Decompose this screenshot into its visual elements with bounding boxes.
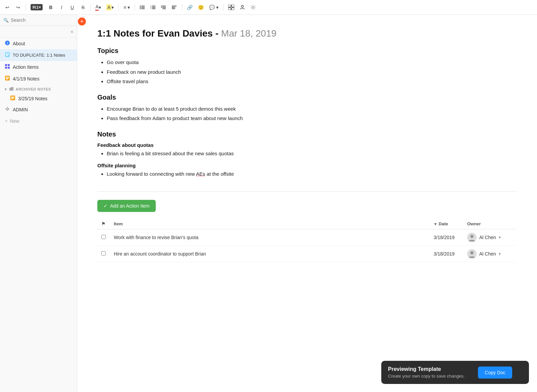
svg-rect-38	[6, 78, 9, 78]
notes-feedback-list: Brian is feeling a bit stressed about th…	[97, 150, 517, 158]
preview-banner: Previewing Template Create your own copy…	[381, 361, 529, 384]
bold-button[interactable]: B	[46, 3, 55, 12]
preview-text: Previewing Template Create your own copy…	[388, 366, 465, 379]
svg-rect-14	[162, 8, 166, 9]
font-color-button[interactable]: A ▾	[93, 3, 103, 12]
table-row: Work with finance to revise Brian's quot…	[97, 229, 517, 245]
content-area: 1:1 Notes for Evan Davies - Mar 18, 2019…	[77, 15, 537, 392]
svg-point-48	[470, 251, 474, 255]
list-item: Encourage Brian to do at least 5 product…	[107, 105, 517, 113]
preview-subtitle: Create your own copy to save changes.	[388, 374, 465, 379]
indent-out-button[interactable]	[170, 3, 179, 12]
svg-rect-12	[161, 6, 166, 6]
offsite-text-before: Looking forward to connecting with new	[107, 171, 196, 177]
row-owner: Al Chen ▾	[463, 229, 517, 245]
sidebar-item-admin[interactable]: ADMIN	[0, 104, 77, 115]
svg-rect-3	[141, 7, 145, 8]
search-input[interactable]	[11, 17, 74, 23]
sidebar-item-notes-3-25[interactable]: 3/25/19 Notes	[0, 93, 77, 104]
notes-subheading-feedback: Feedback about quotas	[97, 142, 517, 148]
sidebar-header: «	[0, 26, 77, 38]
table-icon	[228, 5, 234, 10]
avatar	[467, 249, 477, 259]
svg-rect-30	[6, 54, 9, 55]
align-button[interactable]: ≡ ▾	[121, 3, 132, 12]
table-row: Hire an account coordinator to support B…	[97, 245, 517, 262]
action-checkbox[interactable]	[101, 235, 106, 239]
table-header-date: ▼Date	[430, 219, 463, 229]
topics-heading: Topics	[97, 47, 517, 55]
filter-icon: ▼	[434, 222, 437, 226]
undo-button[interactable]: ↩	[3, 3, 12, 12]
svg-rect-37	[6, 77, 9, 77]
sidebar-item-label: Action Items	[13, 64, 39, 70]
svg-point-2	[140, 7, 141, 8]
ordered-list-icon: 1.2.3.	[150, 5, 156, 10]
svg-rect-5	[141, 8, 145, 9]
copy-doc-button[interactable]: Copy Doc	[478, 367, 512, 379]
svg-text:i: i	[7, 41, 8, 45]
divider-1	[26, 4, 26, 11]
owner-dropdown-arrow[interactable]: ▾	[499, 251, 501, 256]
ordered-list-button[interactable]: 1.2.3.	[148, 3, 158, 12]
checkmark-icon: ✓	[103, 203, 107, 209]
grid-icon	[5, 64, 10, 70]
underline-button[interactable]: U	[67, 3, 77, 12]
svg-rect-41	[11, 97, 14, 97]
row-checkbox[interactable]	[97, 245, 110, 262]
comment-button[interactable]: 💬 ▾	[207, 3, 221, 12]
emoji-button[interactable]: 🙂	[196, 3, 206, 12]
svg-point-46	[470, 235, 474, 238]
owner-dropdown-arrow[interactable]: ▾	[499, 235, 501, 240]
table-button[interactable]	[226, 3, 236, 12]
offsite-text-after: at the offsite	[205, 171, 234, 177]
sidebar-item-action-items[interactable]: Action Items	[0, 61, 77, 73]
sidebar-item-label: 4/1/19 Notes	[13, 76, 39, 81]
settings-icon-button[interactable]	[248, 3, 258, 12]
settings-icon	[250, 5, 256, 10]
indent-in-button[interactable]	[159, 3, 168, 12]
sidebar-item-label: TO DUPLICATE: 1:1 Notes	[13, 53, 65, 58]
doc-icon	[5, 52, 10, 58]
highlight-button[interactable]: A ▾	[104, 3, 116, 12]
sidebar-item-notes-4-1[interactable]: 4/1/19 Notes	[0, 73, 77, 85]
avatar	[467, 233, 477, 242]
owner-name: Al Chen	[479, 235, 496, 240]
highlight-icon: A	[106, 4, 111, 10]
row-checkbox[interactable]	[97, 229, 110, 245]
action-checkbox[interactable]	[101, 251, 106, 256]
goals-heading: Goals	[97, 94, 517, 101]
list-item: Feedback on new product launch	[107, 68, 517, 76]
svg-point-25	[252, 6, 254, 8]
svg-rect-21	[232, 5, 234, 7]
sidebar-item-about[interactable]: i About	[0, 38, 77, 49]
svg-rect-11	[152, 8, 155, 9]
person-button[interactable]	[238, 3, 247, 12]
redo-button[interactable]: ↪	[13, 3, 23, 12]
row-owner: Al Chen ▾	[463, 245, 517, 262]
collapse-sidebar-button[interactable]: «	[70, 29, 74, 35]
list-item: Looking forward to connecting with new A…	[107, 170, 517, 178]
strikethrough-button[interactable]: S	[78, 3, 88, 12]
bullet-list-button[interactable]	[138, 3, 147, 12]
heading-button[interactable]: H2 ▾	[29, 3, 45, 12]
svg-rect-43	[11, 99, 13, 99]
sidebar-item-to-duplicate[interactable]: TO DUPLICATE: 1:1 Notes	[0, 49, 77, 61]
collapse-arrow-icon[interactable]: ▾	[5, 87, 7, 92]
svg-rect-29	[6, 53, 9, 54]
link-button[interactable]: 🔗	[185, 3, 195, 12]
search-icon: 🔍	[3, 18, 9, 23]
divider-4	[135, 4, 135, 11]
svg-rect-18	[172, 8, 175, 9]
add-action-item-button[interactable]: ✓ Add an Action Item	[97, 200, 156, 212]
italic-button[interactable]: I	[57, 3, 66, 12]
goals-list: Encourage Brian to do at least 5 product…	[97, 105, 517, 122]
admin-gear-icon	[5, 106, 10, 113]
new-item-button[interactable]: + New	[0, 115, 77, 127]
sidebar-item-label: ADMIN	[13, 107, 28, 112]
note-icon	[5, 75, 10, 82]
content-divider	[97, 191, 517, 192]
list-item: Offsite travel plans	[107, 78, 517, 86]
svg-rect-34	[5, 67, 7, 69]
row-date: 3/18/2019	[430, 245, 463, 262]
